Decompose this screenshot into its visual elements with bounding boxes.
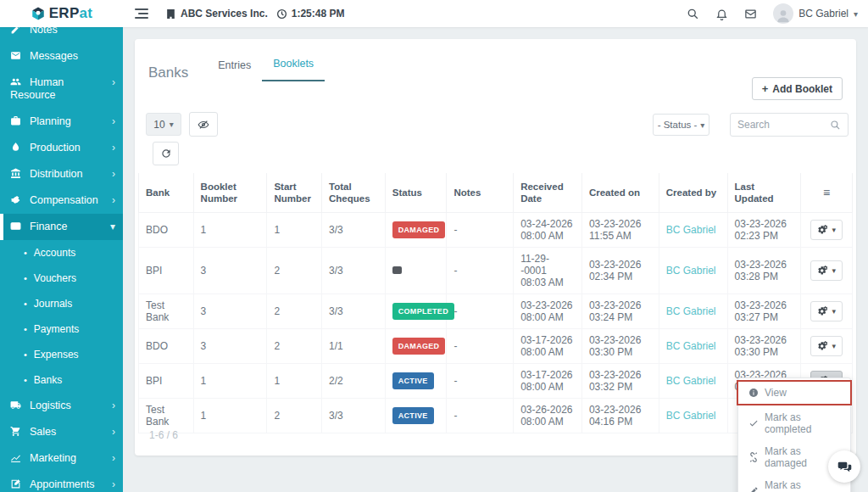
total-cheques-cell: 2/2 bbox=[329, 375, 343, 387]
chevron-down-icon: ▾ bbox=[170, 120, 174, 129]
user-menu[interactable]: BC Gabriel ▾ bbox=[773, 3, 858, 24]
row-actions-button[interactable]: ▾ bbox=[810, 220, 843, 240]
search-input[interactable] bbox=[737, 119, 830, 131]
total-cheques-cell: 3/3 bbox=[329, 224, 343, 236]
chevron-icon: › bbox=[112, 426, 115, 439]
status-badge bbox=[392, 266, 402, 274]
received-time: 08:00 AM bbox=[520, 381, 575, 393]
bell-icon[interactable] bbox=[715, 8, 728, 20]
app-logo[interactable]: ERPat bbox=[0, 5, 123, 22]
status-filter-select[interactable]: - Status - ▾ bbox=[653, 114, 709, 136]
chevron-icon: › bbox=[112, 168, 115, 181]
chat-button[interactable] bbox=[828, 450, 860, 483]
briefcase-icon bbox=[10, 115, 22, 126]
envelope-icon bbox=[10, 50, 22, 61]
row-actions-button[interactable]: ▾ bbox=[810, 336, 843, 356]
created-by-link[interactable]: BC Gabriel bbox=[666, 410, 716, 422]
column-header[interactable]: Bank bbox=[139, 173, 194, 213]
page-size-select[interactable]: 10 ▾ bbox=[146, 113, 181, 136]
toggle-columns-button[interactable] bbox=[189, 112, 218, 137]
sidebar-item-logistics[interactable]: Logistics › bbox=[0, 393, 123, 419]
dollar-icon bbox=[10, 221, 22, 232]
received-date: 03-23-2026 bbox=[520, 299, 575, 311]
bullet-icon: • bbox=[24, 272, 27, 284]
mail-icon[interactable] bbox=[744, 8, 757, 20]
received-date: 03-17-2026 bbox=[520, 334, 575, 346]
column-header[interactable]: Received Date bbox=[514, 173, 582, 213]
sidebar-subitem-accounts[interactable]: • Accounts bbox=[0, 240, 123, 266]
refresh-button[interactable] bbox=[153, 142, 179, 165]
info-icon bbox=[748, 388, 759, 398]
column-header[interactable]: Start Number bbox=[267, 173, 322, 213]
created-on-date: 03-23-2026 bbox=[589, 259, 652, 271]
chevron-icon: › bbox=[112, 452, 115, 465]
column-header[interactable]: Last Updated bbox=[727, 173, 801, 213]
received-time: 08:00 AM bbox=[520, 416, 575, 428]
avatar bbox=[773, 3, 793, 24]
sidebar-subitem-expenses[interactable]: • Expenses bbox=[0, 342, 123, 367]
tab-booklets[interactable]: Booklets bbox=[262, 53, 325, 81]
sidebar-item-notes[interactable]: Notes bbox=[0, 27, 123, 43]
created-by-link[interactable]: BC Gabriel bbox=[666, 340, 716, 352]
chevron-down-icon: ▾ bbox=[832, 342, 836, 350]
start-number-cell: 1 bbox=[274, 224, 280, 236]
cogs-icon bbox=[817, 341, 828, 352]
start-number-cell: 2 bbox=[274, 265, 280, 277]
sidebar-subitem-vouchers[interactable]: • Vouchers bbox=[0, 266, 123, 291]
sidebar-item-messages[interactable]: Messages bbox=[0, 43, 123, 70]
chevron-icon: › bbox=[112, 194, 115, 207]
column-header[interactable]: Booklet Number bbox=[193, 173, 267, 213]
sidebar-item-distribution[interactable]: Distribution › bbox=[0, 161, 123, 187]
notes-cell: - bbox=[453, 224, 457, 236]
sidebar-item-compensation[interactable]: Compensation › bbox=[0, 187, 123, 214]
updated-date: 03-23-2026 bbox=[735, 334, 794, 346]
sidebar-subitem-journals[interactable]: • Journals bbox=[0, 291, 123, 316]
tab-entries[interactable]: Entries bbox=[207, 54, 262, 81]
sidebar-item-human-resource[interactable]: Human Resource › bbox=[0, 70, 123, 109]
chevron-down-icon: ▾ bbox=[854, 9, 858, 19]
sidebar-item-marketing[interactable]: Marketing › bbox=[0, 445, 123, 472]
menu-item-mark-as-completed[interactable]: Mark as completed bbox=[738, 406, 850, 440]
page-title: Banks bbox=[148, 64, 188, 81]
column-header[interactable]: Created on bbox=[581, 173, 659, 213]
column-header[interactable]: Notes bbox=[447, 173, 514, 213]
sidebar-item-sales[interactable]: Sales › bbox=[0, 419, 123, 445]
sidebar-item-production[interactable]: Production › bbox=[0, 135, 123, 161]
search-icon[interactable] bbox=[687, 8, 699, 20]
chevron-icon: › bbox=[112, 400, 115, 412]
created-by-link[interactable]: BC Gabriel bbox=[666, 265, 716, 277]
pagination-info: 1-6 / 6 bbox=[149, 429, 178, 441]
chart-icon bbox=[10, 452, 22, 463]
notes-cell: - bbox=[453, 375, 457, 387]
sidebar-toggle-icon[interactable] bbox=[135, 8, 148, 19]
sidebar-item-finance[interactable]: Finance ▾ bbox=[0, 214, 123, 240]
row-actions-button[interactable]: ▾ bbox=[810, 260, 843, 281]
sidebar-item-appointments[interactable]: Appointments › bbox=[0, 472, 123, 492]
booklet-number-cell: 1 bbox=[201, 410, 207, 422]
add-booklet-button[interactable]: + Add Booklet bbox=[752, 77, 843, 100]
sidebar-subitem-payments[interactable]: • Payments bbox=[0, 316, 123, 342]
search-icon bbox=[830, 120, 841, 131]
column-header[interactable]: Created by bbox=[659, 173, 727, 213]
total-cheques-cell: 1/1 bbox=[329, 340, 343, 352]
actions-column-header[interactable]: ≡ bbox=[801, 173, 853, 213]
sidebar-subitem-banks[interactable]: • Banks bbox=[0, 367, 123, 393]
created-by-link[interactable]: BC Gabriel bbox=[666, 305, 716, 317]
cart-icon bbox=[10, 426, 22, 437]
sidebar: Notes Messages Human Resource › Planning… bbox=[0, 27, 123, 492]
booklet-number-cell: 3 bbox=[201, 265, 207, 277]
created-by-link[interactable]: BC Gabriel bbox=[666, 224, 716, 236]
unlink-icon bbox=[748, 452, 759, 462]
created-by-link[interactable]: BC Gabriel bbox=[666, 375, 716, 387]
status-badge: COMPLETED bbox=[392, 303, 454, 320]
sidebar-item-planning[interactable]: Planning › bbox=[0, 109, 123, 135]
received-time: 08:03 AM bbox=[520, 277, 575, 288]
row-actions-button[interactable]: ▾ bbox=[810, 301, 843, 321]
booklet-number-cell: 3 bbox=[201, 305, 207, 317]
column-header[interactable]: Total Cheques bbox=[322, 173, 386, 213]
updated-date: 03-23-2026 bbox=[735, 259, 794, 271]
column-header[interactable]: Status bbox=[385, 173, 447, 213]
updated-date: 03-23-2026 bbox=[735, 299, 794, 311]
booklet-number-cell: 1 bbox=[201, 375, 207, 387]
menu-item-view[interactable]: View bbox=[738, 382, 850, 404]
